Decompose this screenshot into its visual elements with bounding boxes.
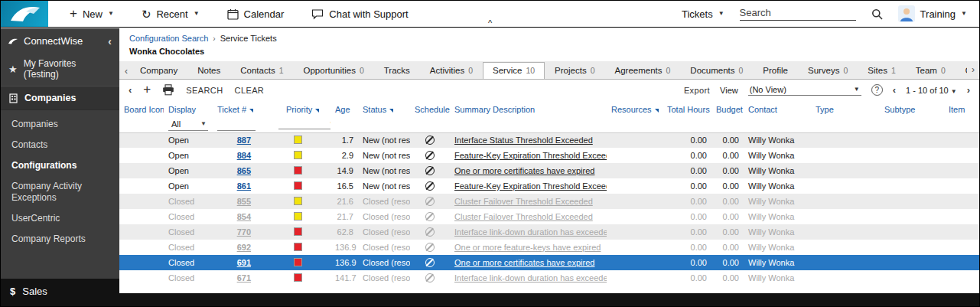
chat-support-button[interactable]: Chat with Support [311, 8, 408, 20]
summary-link[interactable]: Interface link-down duration has exceede… [454, 273, 607, 283]
table-row[interactable]: Closed 692 136.9 Closed (resolv... One o… [119, 240, 979, 255]
summary-link[interactable]: Cluster Failover Threshold Exceeded [454, 197, 593, 206]
help-icon[interactable]: ? [871, 84, 883, 96]
tab[interactable]: Agreements 0 [604, 62, 680, 79]
sidebar-module-sales[interactable]: $ Sales [1, 279, 119, 306]
user-menu[interactable]: Training ▼ [898, 5, 967, 22]
tab[interactable]: Company [130, 62, 187, 79]
ticket-link[interactable]: 691 [237, 258, 251, 267]
search-input[interactable] [740, 7, 856, 18]
pagination-status[interactable]: 1 - 10 of 10▼ [906, 86, 957, 95]
recent-button[interactable]: ↻ Recent ▼ [142, 8, 200, 20]
col-subtype[interactable]: Subtype [880, 102, 944, 117]
print-button[interactable] [162, 84, 174, 96]
ticket-link[interactable]: 887 [237, 136, 251, 145]
view-select[interactable]: (No View) ▼ [748, 85, 861, 96]
sidebar-item[interactable]: Companies [1, 114, 119, 135]
tab[interactable]: Documents 0 [680, 62, 753, 79]
tab[interactable]: Contacts 1 [230, 62, 293, 79]
col-age[interactable]: Age [330, 102, 358, 117]
summary-link[interactable]: Feature-Key Expiration Threshold Exceede… [454, 151, 607, 160]
col-summary-description[interactable]: Summary Description [450, 102, 607, 117]
col-contact[interactable]: Contact [744, 102, 811, 117]
ticket-link[interactable]: 884 [237, 151, 251, 160]
breadcrumb-current: Service Tickets [220, 34, 277, 43]
col-priority[interactable]: Priority [256, 102, 330, 117]
table-row[interactable]: Open 884 2.9 New (not resp... Feature-Ke… [119, 148, 979, 163]
tickets-menu[interactable]: Tickets ▼ [682, 8, 724, 20]
search-action-button[interactable]: SEARCH [186, 86, 223, 95]
toolbar-right: Export View (No View) ▼ ? ‹ 1 - 10 of 10… [684, 84, 970, 96]
tab[interactable]: Activities 0 [420, 62, 483, 79]
tab[interactable]: Sites 1 [858, 62, 905, 79]
sidebar-item-favorites[interactable]: ★ My Favorites (Testing) [1, 52, 119, 86]
col-item[interactable]: Item [944, 102, 979, 117]
col-type[interactable]: Type [811, 102, 880, 117]
sidebar-item[interactable]: Company Activity Exceptions [1, 176, 119, 208]
table-row[interactable]: Closed 855 21.6 Closed (resolv... Cluste… [119, 194, 979, 209]
clear-action-button[interactable]: CLEAR [235, 86, 265, 95]
table-row[interactable]: Open 887 1.7 New (not resp... Interface … [119, 132, 979, 148]
table-row[interactable]: Closed 854 21.7 Closed (resolv... Cluste… [119, 209, 979, 224]
display-filter-select[interactable]: All ▼ [168, 118, 208, 131]
table-row[interactable]: Open 861 16.5 New (not resp... Feature-K… [119, 178, 979, 194]
tab[interactable]: Opportunities 0 [294, 62, 374, 79]
tabs-scroll-right-icon[interactable]: › [967, 61, 979, 78]
tab[interactable]: Tracks [374, 62, 420, 79]
summary-link[interactable]: Interface link-down duration has exceede… [454, 227, 607, 237]
ticket-link[interactable]: 861 [237, 181, 251, 191]
summary-link[interactable]: One or more certificates have expired [454, 166, 594, 175]
sidebar-module-companies[interactable]: Companies [1, 86, 119, 110]
connectwise-logo[interactable] [1, 1, 48, 27]
ticket-link[interactable]: 671 [237, 273, 251, 283]
tab[interactable]: Profile [753, 62, 798, 79]
search-button[interactable] [871, 8, 883, 20]
sidebar-item[interactable]: Configurations [1, 155, 119, 176]
ticket-link[interactable]: 854 [237, 212, 251, 221]
ticket-link[interactable]: 855 [237, 197, 251, 206]
collapse-topbar-icon[interactable]: ^ [488, 19, 492, 28]
ticket-link[interactable]: 692 [237, 243, 251, 252]
tab[interactable]: Team 0 [906, 62, 956, 79]
export-button[interactable]: Export [684, 86, 710, 95]
page-next-icon[interactable]: › [967, 85, 970, 95]
tab[interactable]: Service 10 [483, 62, 545, 79]
add-ticket-icon[interactable]: + [143, 83, 151, 96]
summary-link[interactable]: Interface Status Threshold Exceeded [454, 136, 593, 145]
col-ticket-number[interactable]: Ticket # [213, 102, 256, 117]
collapse-sidebar-icon[interactable]: ‹ [108, 36, 112, 47]
table-row[interactable]: Closed 691 136.9 Closed (resolv... One o… [119, 255, 979, 270]
summary-link[interactable]: Cluster Failover Threshold Exceeded [454, 212, 593, 221]
ticket-link[interactable]: 770 [237, 227, 251, 237]
sidebar-item[interactable]: Company Reports [1, 229, 119, 250]
new-button[interactable]: + New ▼ [70, 8, 114, 20]
col-total-hours[interactable]: Total Hours [663, 102, 711, 117]
sidebar-item[interactable]: Contacts [1, 135, 119, 155]
col-resources[interactable]: Resources [607, 102, 663, 117]
summary-link[interactable]: Feature-Key Expiration Threshold Exceede… [454, 181, 607, 191]
table-row[interactable]: Closed 671 141.7 Closed (resolv... Inter… [119, 270, 979, 286]
col-status[interactable]: Status [358, 102, 410, 117]
tab[interactable]: Notes [187, 62, 230, 79]
table-row[interactable]: Open 865 14.9 New (not resp... One or mo… [119, 163, 979, 178]
type-cell [811, 148, 880, 163]
table-row[interactable]: Closed 770 62.8 Closed (resolv... Interf… [119, 224, 979, 240]
col-schedule[interactable]: Schedule [410, 102, 450, 117]
calendar-button[interactable]: Calendar [227, 8, 285, 20]
back-chevron-icon[interactable]: ‹ [129, 85, 132, 95]
breadcrumb-parent-link[interactable]: Configuration Search [129, 34, 208, 43]
col-display[interactable]: Display [164, 102, 213, 117]
tab[interactable]: Projects 0 [545, 62, 604, 79]
tabs-scroll-left-icon[interactable]: ‹ [122, 67, 130, 79]
col-budget[interactable]: Budget [711, 102, 744, 117]
col-board-icon[interactable]: Board Icon [119, 102, 164, 117]
total-hours-cell: 0.00 [663, 148, 711, 163]
summary-link[interactable]: One or more certificates have expired [454, 258, 594, 267]
ticket-link[interactable]: 865 [237, 166, 251, 175]
tab[interactable]: Surveys 0 [798, 62, 858, 79]
sidebar-item[interactable]: UserCentric [1, 208, 119, 229]
page-previous-icon[interactable]: ‹ [893, 85, 896, 95]
ticket-filter-input[interactable] [217, 118, 256, 131]
summary-link[interactable]: One or more feature-keys have expired [454, 243, 601, 252]
priority-filter-select[interactable]: ▼ [278, 119, 330, 129]
